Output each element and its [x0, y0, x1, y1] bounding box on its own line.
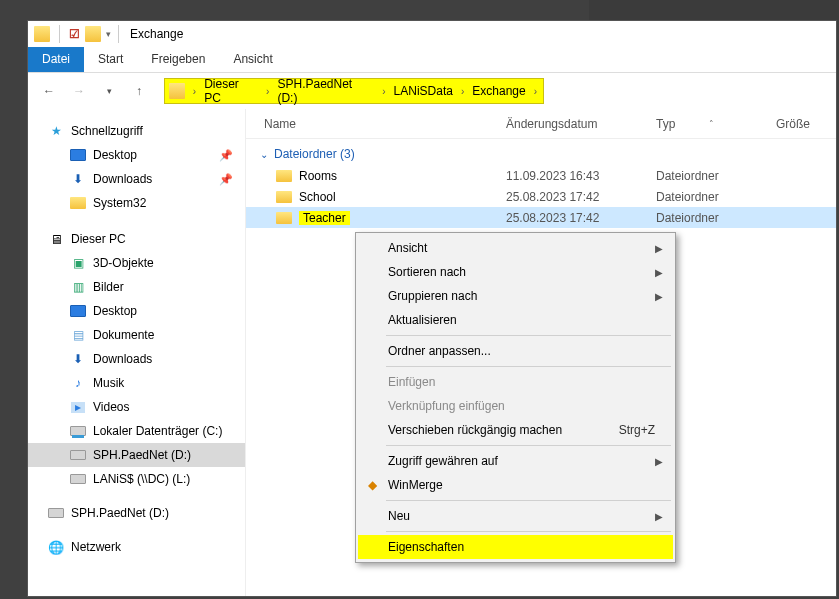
chevron-right-icon[interactable]: ›	[264, 86, 271, 97]
folder-icon	[276, 170, 292, 182]
tree-quickaccess[interactable]: ★Schnellzugriff	[28, 119, 245, 143]
up-button[interactable]: ↑	[128, 80, 150, 102]
qat-checkbox-icon[interactable]: ☑	[69, 27, 80, 41]
file-date: 25.08.2023 17:42	[506, 190, 656, 204]
tree-drive-d2[interactable]: SPH.PaedNet (D:)	[28, 501, 245, 525]
tree-drive-c[interactable]: Lokaler Datenträger (C:)	[28, 419, 245, 443]
pin-icon[interactable]: 📌	[219, 173, 233, 186]
forward-button: →	[68, 80, 90, 102]
column-type[interactable]: Typ˄	[656, 117, 776, 131]
cm-winmerge[interactable]: ◆WinMerge	[358, 473, 673, 497]
tree-label: System32	[93, 196, 146, 210]
tree-downloads[interactable]: Downloads📌	[28, 167, 245, 191]
tab-start[interactable]: Start	[84, 47, 137, 72]
tree-system32[interactable]: System32	[28, 191, 245, 215]
tree-dokumente[interactable]: Dokumente	[28, 323, 245, 347]
file-row[interactable]: School 25.08.2023 17:42 Dateiordner	[246, 186, 836, 207]
tree-musik[interactable]: Musik	[28, 371, 245, 395]
cube-icon	[70, 255, 86, 271]
tab-view[interactable]: Ansicht	[219, 47, 286, 72]
tree-label: Dieser PC	[71, 232, 126, 246]
breadcrumb-item[interactable]: LANiSData	[390, 84, 457, 98]
chevron-right-icon: ▶	[655, 267, 663, 278]
shortcut-label: Strg+Z	[619, 423, 655, 437]
tab-share[interactable]: Freigeben	[137, 47, 219, 72]
chevron-right-icon[interactable]: ›	[380, 86, 387, 97]
tree-label: Netzwerk	[71, 540, 121, 554]
column-name[interactable]: Name	[246, 117, 506, 131]
file-date: 25.08.2023 17:42	[506, 211, 656, 225]
tree-bilder[interactable]: Bilder	[28, 275, 245, 299]
nav-bar: ← → ▾ ↑ › Dieser PC › SPH.PaedNet (D:) ›…	[28, 73, 836, 109]
menu-separator	[386, 366, 671, 367]
menu-separator	[386, 500, 671, 501]
cm-refresh[interactable]: Aktualisieren	[358, 308, 673, 332]
group-label: Dateiordner (3)	[274, 147, 355, 161]
cm-customize[interactable]: Ordner anpassen...	[358, 339, 673, 363]
breadcrumb[interactable]: › Dieser PC › SPH.PaedNet (D:) › LANiSDa…	[164, 78, 544, 104]
qat-newfolder-icon[interactable]	[85, 26, 101, 42]
cm-group[interactable]: Gruppieren nach▶	[358, 284, 673, 308]
breadcrumb-item[interactable]: SPH.PaedNet (D:)	[273, 77, 378, 105]
menu-separator	[386, 531, 671, 532]
file-row-selected[interactable]: Teacher 25.08.2023 17:42 Dateiordner	[246, 207, 836, 228]
tree-3dobjects[interactable]: 3D-Objekte	[28, 251, 245, 275]
tree-thispc[interactable]: Dieser PC	[28, 227, 245, 251]
qat-dropdown-icon[interactable]: ▾	[106, 29, 111, 39]
chevron-down-icon: ⌄	[260, 149, 268, 160]
tree-label: Lokaler Datenträger (C:)	[93, 424, 222, 438]
ribbon-tabs: Datei Start Freigeben Ansicht	[28, 47, 836, 73]
cm-view[interactable]: Ansicht▶	[358, 236, 673, 260]
group-header[interactable]: ⌄Dateiordner (3)	[246, 139, 836, 165]
tree-label: Videos	[93, 400, 129, 414]
video-icon	[70, 399, 86, 415]
tree-videos[interactable]: Videos	[28, 395, 245, 419]
cm-paste: Einfügen	[358, 370, 673, 394]
star-icon: ★	[48, 123, 64, 139]
titlebar: ☑ ▾ Exchange	[28, 21, 836, 47]
column-date[interactable]: Änderungsdatum	[506, 117, 656, 131]
desktop-icon	[70, 149, 86, 161]
tab-file[interactable]: Datei	[28, 47, 84, 72]
column-size[interactable]: Größe	[776, 117, 836, 131]
cm-properties[interactable]: Eigenschaften	[358, 535, 673, 559]
tree-drive-d[interactable]: SPH.PaedNet (D:)	[28, 443, 245, 467]
tree-label: Musik	[93, 376, 124, 390]
tree-desktop2[interactable]: Desktop	[28, 299, 245, 323]
file-row[interactable]: Rooms 11.09.2023 16:43 Dateiordner	[246, 165, 836, 186]
nav-tree: ★Schnellzugriff Desktop📌 Downloads📌 Syst…	[28, 109, 246, 596]
cm-new[interactable]: Neu▶	[358, 504, 673, 528]
tree-network[interactable]: Netzwerk	[28, 535, 245, 559]
chevron-right-icon[interactable]: ›	[459, 86, 466, 97]
breadcrumb-item[interactable]: Exchange	[468, 84, 529, 98]
tree-downloads2[interactable]: Downloads	[28, 347, 245, 371]
tree-drive-l[interactable]: LANiS$ (\\DC) (L:)	[28, 467, 245, 491]
folder-icon	[70, 197, 86, 209]
folder-icon	[276, 212, 292, 224]
file-name: School	[299, 190, 336, 204]
pin-icon[interactable]: 📌	[219, 149, 233, 162]
file-type: Dateiordner	[656, 190, 776, 204]
downloads-icon	[70, 351, 86, 367]
cm-paste-shortcut: Verknüpfung einfügen	[358, 394, 673, 418]
cm-sort[interactable]: Sortieren nach▶	[358, 260, 673, 284]
chevron-right-icon[interactable]: ›	[191, 86, 198, 97]
tree-label: 3D-Objekte	[93, 256, 154, 270]
chevron-right-icon: ▶	[655, 511, 663, 522]
recent-dropdown-icon[interactable]: ▾	[98, 80, 120, 102]
documents-icon	[70, 327, 86, 343]
chevron-right-icon: ▶	[655, 456, 663, 467]
chevron-right-icon[interactable]: ›	[532, 86, 539, 97]
tree-label: Desktop	[93, 304, 137, 318]
tree-label: SPH.PaedNet (D:)	[93, 448, 191, 462]
cm-grant-access[interactable]: Zugriff gewähren auf▶	[358, 449, 673, 473]
cm-undo[interactable]: Verschieben rückgängig machenStrg+Z	[358, 418, 673, 442]
pictures-icon	[70, 279, 86, 295]
drive-icon	[70, 450, 86, 460]
back-button[interactable]: ←	[38, 80, 60, 102]
drive-icon	[48, 508, 64, 518]
winmerge-icon: ◆	[364, 477, 380, 493]
breadcrumb-item[interactable]: Dieser PC	[200, 77, 262, 105]
tree-desktop[interactable]: Desktop📌	[28, 143, 245, 167]
tree-label: Downloads	[93, 172, 152, 186]
